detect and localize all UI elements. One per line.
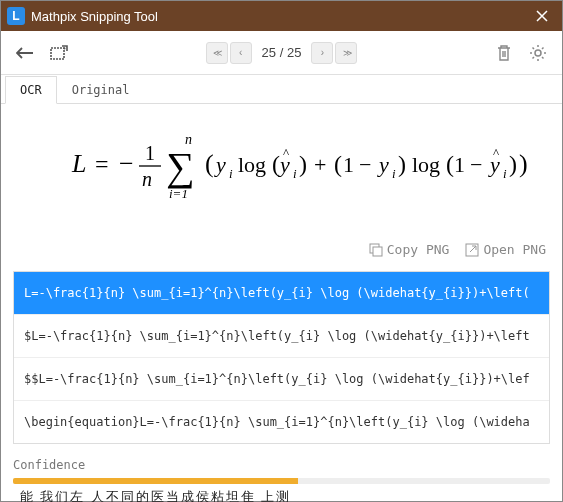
confidence-bar [13, 478, 550, 484]
page-indicator: 25 / 25 [262, 45, 302, 60]
open-png-label: Open PNG [483, 242, 546, 257]
prev-page-button[interactable]: ‹ [230, 42, 252, 64]
svg-text:): ) [519, 149, 527, 178]
formula-display: L = − 1 n n ∑ i=1 ( y i log ( ^ y i ) + … [1, 104, 562, 234]
list-item[interactable]: L=-\frac{1}{n} \sum_{i=1}^{n}\left(y_{i}… [14, 272, 549, 314]
window-title: Mathpix Snipping Tool [31, 9, 522, 24]
tab-original[interactable]: Original [57, 76, 145, 104]
svg-text:log: log [238, 152, 266, 177]
close-button[interactable] [522, 1, 562, 31]
svg-text:y: y [214, 152, 226, 177]
svg-rect-38 [373, 247, 382, 256]
svg-text:+: + [314, 152, 326, 177]
svg-text:−: − [470, 152, 482, 177]
svg-text:−: − [359, 152, 371, 177]
svg-rect-0 [51, 48, 64, 59]
confidence-label: Confidence [13, 458, 550, 472]
gear-icon [529, 44, 547, 62]
pager: ≪ ‹ 25 / 25 › ≫ [206, 42, 358, 64]
list-item[interactable]: \begin{equation}L=-\frac{1}{n} \sum_{i=1… [14, 400, 549, 443]
svg-text:(: ( [334, 151, 342, 177]
svg-text:log: log [412, 152, 440, 177]
svg-text:n: n [142, 168, 152, 190]
confidence-section: Confidence [1, 454, 562, 492]
svg-text:1: 1 [343, 152, 354, 177]
svg-text:): ) [509, 151, 517, 177]
svg-text:(: ( [272, 151, 280, 177]
svg-text:i: i [503, 166, 507, 181]
image-actions: Copy PNG Open PNG [1, 234, 562, 265]
svg-text:i: i [392, 166, 396, 181]
app-logo: L [7, 7, 25, 25]
back-button[interactable] [11, 39, 39, 67]
tabs: OCR Original [1, 75, 562, 104]
svg-point-2 [535, 50, 541, 56]
list-item[interactable]: $$L=-\frac{1}{n} \sum_{i=1}^{n}\left(y_{… [14, 357, 549, 400]
list-item[interactable]: $L=-\frac{1}{n} \sum_{i=1}^{n}\left(y_{i… [14, 314, 549, 357]
snip-button[interactable] [45, 39, 73, 67]
svg-text:−: − [119, 149, 134, 178]
first-page-button[interactable]: ≪ [206, 42, 228, 64]
copy-png-label: Copy PNG [387, 242, 450, 257]
svg-text:): ) [299, 151, 307, 177]
svg-text:): ) [398, 151, 406, 177]
svg-text:y: y [377, 152, 389, 177]
settings-button[interactable] [524, 39, 552, 67]
background-text: 能 我们左 人不同的医当成侯粘坦隹 上测 [0, 488, 563, 502]
copy-icon [369, 243, 383, 257]
svg-text:(: ( [446, 151, 454, 177]
snip-icon [50, 45, 68, 61]
trash-icon [496, 44, 512, 62]
app-window: L Mathpix Snipping Tool ≪ ‹ 25 / 25 › ≫ … [0, 0, 563, 502]
svg-text:1: 1 [454, 152, 465, 177]
rendered-formula: L = − 1 n n ∑ i=1 ( y i log ( ^ y i ) + … [37, 124, 527, 204]
svg-text:y: y [488, 152, 500, 177]
open-icon [465, 243, 479, 257]
titlebar: L Mathpix Snipping Tool [1, 1, 562, 31]
delete-button[interactable] [490, 39, 518, 67]
arrow-left-icon [16, 46, 34, 60]
next-page-button[interactable]: › [311, 42, 333, 64]
svg-text:i: i [229, 166, 233, 181]
svg-text:=: = [95, 151, 109, 177]
toolbar: ≪ ‹ 25 / 25 › ≫ [1, 31, 562, 75]
copy-png-button[interactable]: Copy PNG [369, 242, 450, 257]
svg-text:y: y [278, 152, 290, 177]
latex-output-list: L=-\frac{1}{n} \sum_{i=1}^{n}\left(y_{i}… [13, 271, 550, 444]
svg-text:1: 1 [145, 142, 155, 164]
tab-ocr[interactable]: OCR [5, 76, 57, 104]
svg-text:i=1: i=1 [169, 186, 188, 201]
svg-text:∑: ∑ [166, 144, 195, 189]
svg-text:i: i [293, 166, 297, 181]
close-icon [536, 10, 548, 22]
confidence-bar-fill [13, 478, 298, 484]
svg-text:L: L [71, 149, 86, 178]
open-png-button[interactable]: Open PNG [465, 242, 546, 257]
svg-point-1 [64, 47, 66, 49]
svg-text:(: ( [205, 149, 214, 178]
last-page-button[interactable]: ≫ [335, 42, 357, 64]
